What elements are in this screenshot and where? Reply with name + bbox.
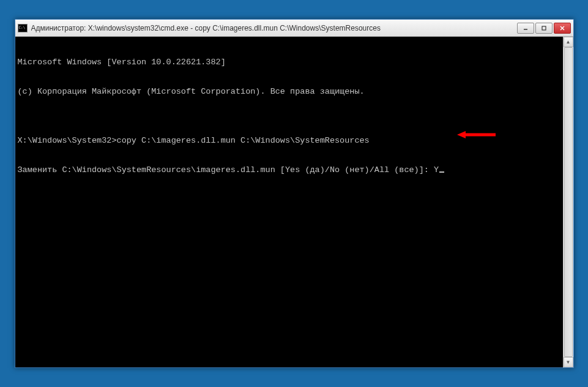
close-button[interactable] [554,23,571,34]
text-cursor [439,171,444,173]
cmd-icon [18,24,28,32]
terminal-line: X:\Windows\System32>copy C:\imageres.dll… [18,136,560,146]
window-title: Администратор: X:\windows\system32\cmd.e… [31,24,517,32]
titlebar[interactable]: Администратор: X:\windows\system32\cmd.e… [15,20,573,37]
maximize-button[interactable] [535,23,553,34]
svg-rect-1 [542,26,546,30]
terminal-line: (c) Корпорация Майкрософт (Microsoft Cor… [18,87,560,97]
scroll-track[interactable] [564,47,573,357]
terminal-line: Microsoft Windows [Version 10.0.22621.38… [18,58,560,67]
terminal-prompt-line: Заменить C:\Windows\SystemResources\imag… [18,165,560,175]
minimize-button[interactable] [517,23,534,34]
scroll-up-button[interactable]: ▲ [564,37,573,47]
prompt-text: Заменить C:\Windows\SystemResources\imag… [18,165,439,175]
cmd-window: Администратор: X:\windows\system32\cmd.e… [15,19,574,368]
window-controls [517,23,571,34]
terminal-wrapper: Microsoft Windows [Version 10.0.22621.38… [15,37,573,367]
terminal-output[interactable]: Microsoft Windows [Version 10.0.22621.38… [15,37,563,367]
scroll-thumb[interactable] [564,47,573,357]
scroll-down-button[interactable]: ▼ [564,357,573,367]
vertical-scrollbar[interactable]: ▲ ▼ [563,37,573,367]
